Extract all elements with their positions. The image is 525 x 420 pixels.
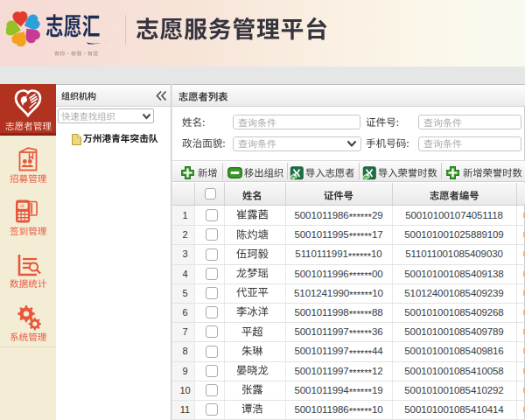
svg-text:ck: ck bbox=[20, 203, 25, 208]
